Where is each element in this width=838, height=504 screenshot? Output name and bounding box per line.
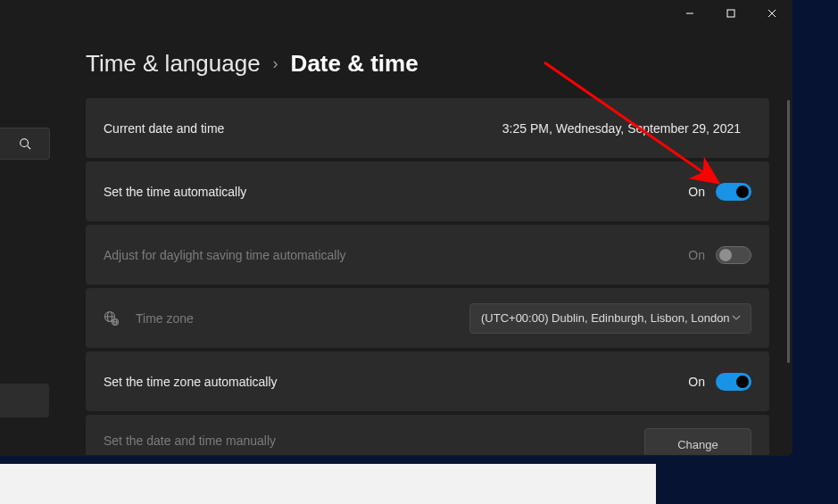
- scrollbar[interactable]: [787, 100, 790, 363]
- set-zone-auto-toggle[interactable]: [716, 373, 751, 391]
- set-zone-auto-state: On: [688, 375, 705, 389]
- row-set-zone-auto: Set the time zone automatically On: [86, 351, 769, 411]
- minimize-button[interactable]: [669, 0, 710, 27]
- row-current-datetime: Current date and time 3:25 PM, Wednesday…: [86, 98, 769, 158]
- time-zone-dropdown[interactable]: (UTC+00:00) Dublin, Edinburgh, Lisbon, L…: [469, 303, 751, 334]
- svg-point-4: [20, 139, 28, 147]
- row-dst-auto: Adjust for daylight saving time automati…: [86, 225, 769, 285]
- screenshot-cutoff: [0, 464, 656, 504]
- set-zone-auto-label: Set the time zone automatically: [104, 375, 278, 389]
- settings-content: Current date and time 3:25 PM, Wednesday…: [86, 98, 769, 455]
- sidebar-item-selected[interactable]: [0, 384, 49, 417]
- settings-window: Time & language › Date & time Current da…: [0, 0, 792, 456]
- time-zone-value: (UTC+00:00) Dublin, Edinburgh, Lisbon, L…: [481, 311, 730, 325]
- dst-auto-label: Adjust for daylight saving time automati…: [104, 248, 346, 262]
- current-datetime-value: 3:25 PM, Wednesday, September 29, 2021: [502, 121, 741, 136]
- svg-rect-1: [727, 10, 734, 17]
- change-button[interactable]: Change: [644, 428, 751, 455]
- set-time-auto-state: On: [688, 185, 705, 199]
- chevron-down-icon: [731, 312, 742, 326]
- breadcrumb-parent[interactable]: Time & language: [86, 50, 261, 78]
- set-time-auto-toggle[interactable]: [716, 183, 751, 201]
- dst-auto-toggle[interactable]: [716, 246, 751, 264]
- search-input[interactable]: [0, 128, 50, 160]
- svg-line-5: [27, 146, 30, 150]
- breadcrumb: Time & language › Date & time: [86, 50, 419, 78]
- window-controls: [669, 0, 792, 29]
- search-icon: [19, 137, 31, 150]
- dst-auto-state: On: [688, 248, 705, 262]
- set-manual-label: Set the date and time manually: [104, 434, 276, 448]
- time-zone-label: Time zone: [104, 310, 194, 326]
- current-datetime-label: Current date and time: [104, 121, 224, 136]
- row-set-time-auto: Set the time automatically On: [86, 161, 769, 221]
- set-time-auto-label: Set the time automatically: [104, 185, 246, 199]
- maximize-button[interactable]: [710, 0, 751, 27]
- row-set-manual: Set the date and time manually Change: [86, 415, 769, 455]
- globe-icon: [104, 310, 120, 326]
- chevron-right-icon: ›: [273, 54, 278, 73]
- breadcrumb-current: Date & time: [291, 50, 419, 78]
- close-button[interactable]: [751, 0, 792, 27]
- row-time-zone: Time zone (UTC+00:00) Dublin, Edinburgh,…: [86, 288, 769, 348]
